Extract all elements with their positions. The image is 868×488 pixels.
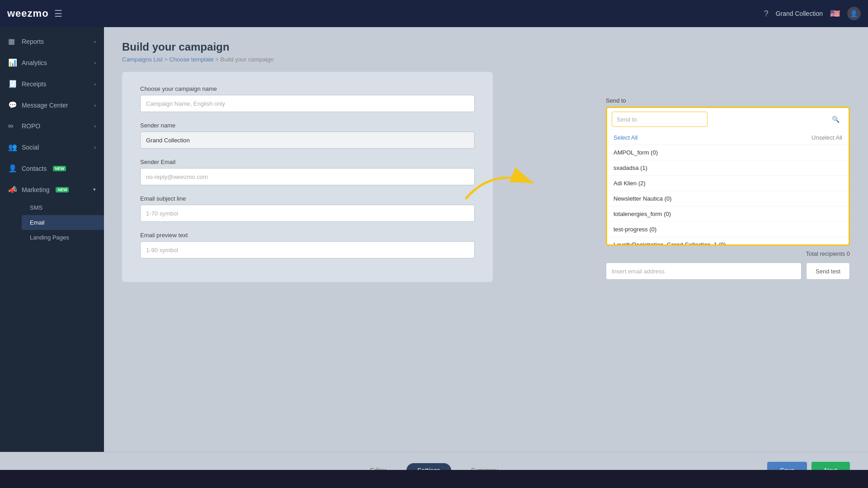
preview-input[interactable] (140, 241, 475, 258)
help-icon[interactable]: ? (764, 9, 769, 19)
sms-label: SMS (30, 204, 42, 211)
list-item[interactable]: AMPOL_form (0) (607, 145, 849, 160)
send-to-label: Send to (606, 97, 850, 104)
sidebar-item-label: Reports (22, 38, 44, 45)
marketing-submenu: SMS Email Landing Pages (0, 200, 104, 245)
list-item[interactable]: sxadadsa (1) (607, 160, 849, 176)
main-content: Build your campaign Campaigns List > Cho… (104, 27, 868, 488)
select-all-row: Select All Unselect All (607, 131, 849, 145)
sidebar-item-label: Marketing (22, 186, 49, 193)
contacts-icon: 👤 (8, 164, 17, 173)
sidebar-item-contacts[interactable]: 👤 Contacts NEW (0, 158, 104, 179)
send-to-search-input[interactable] (612, 112, 708, 127)
chevron-icon: › (94, 81, 96, 87)
unselect-all-button[interactable]: Unselect All (811, 134, 842, 141)
list-item[interactable]: Adi Klien (2) (607, 176, 849, 191)
logo: weezmo (7, 8, 49, 19)
sender-name-label: Sender name (140, 122, 475, 129)
chevron-icon: › (94, 145, 96, 150)
sidebar-item-label: Contacts (22, 165, 47, 172)
breadcrumb-sep1: > (164, 56, 169, 63)
sidebar-item-receipts[interactable]: 🧾 Receipts › (0, 73, 104, 94)
sender-name-group: Sender name Grand Collection (140, 122, 475, 149)
sidebar-item-email[interactable]: Email (22, 215, 104, 230)
topnav-right: ? Grand Collection 🇺🇸 👤 (764, 7, 861, 20)
send-to-panel: Send to 🔍 Select All Unselect All AMPOL_… (606, 97, 850, 280)
analytics-icon: 📊 (8, 58, 17, 67)
send-test-row: Send test (606, 263, 850, 280)
campaign-name-input[interactable] (140, 95, 475, 112)
dark-bottom-bar (0, 470, 868, 488)
chevron-down-icon: ▾ (93, 187, 96, 192)
subject-input[interactable] (140, 205, 475, 222)
breadcrumb-sep2: > (215, 56, 220, 63)
sidebar-item-label: ROPO (22, 122, 40, 130)
sidebar-item-analytics[interactable]: 📊 Analytics › (0, 52, 104, 73)
avatar[interactable]: 👤 (847, 7, 861, 20)
hamburger-icon[interactable]: ☰ (54, 8, 62, 19)
sidebar-item-ropo[interactable]: ∞ ROPO › (0, 116, 104, 136)
list-item[interactable]: test-progress (0) (607, 222, 849, 237)
list-item[interactable]: totalenergies_form (0) (607, 206, 849, 222)
chevron-icon: › (94, 123, 96, 129)
subject-group: Email subject line (140, 195, 475, 222)
sidebar-item-label: Message Center (22, 102, 68, 109)
list-item[interactable]: LoyaltyRegistration_Grand Collection_1 (… (607, 237, 849, 244)
landing-pages-label: Landing Pages (30, 234, 69, 241)
sidebar-item-marketing[interactable]: 📣 Marketing NEW ▾ (0, 179, 104, 200)
sidebar-item-sms[interactable]: SMS (22, 200, 104, 215)
flag-icon: 🇺🇸 (830, 9, 840, 19)
send-to-dropdown: 🔍 Select All Unselect All AMPOL_form (0)… (606, 107, 850, 246)
chevron-icon: › (94, 39, 96, 44)
receipts-icon: 🧾 (8, 80, 17, 88)
ropo-icon: ∞ (8, 122, 17, 130)
list-item[interactable]: Newsletter Nautica (0) (607, 191, 849, 206)
campaign-name-label: Choose your campaign name (140, 85, 475, 92)
sender-name-value: Grand Collection (140, 131, 475, 149)
sender-email-label: Sender Email (140, 159, 475, 165)
message-center-icon: 💬 (8, 101, 17, 109)
reports-icon: ▦ (8, 37, 17, 46)
sidebar-item-message-center[interactable]: 💬 Message Center › (0, 94, 104, 116)
sender-email-group: Sender Email (140, 159, 475, 185)
chevron-icon: › (94, 60, 96, 66)
sidebar: ▦ Reports › 📊 Analytics › 🧾 Receipts › 💬… (0, 27, 104, 488)
layout: ▦ Reports › 📊 Analytics › 🧾 Receipts › 💬… (0, 0, 868, 488)
preview-label: Email preview text (140, 232, 475, 239)
campaign-name-group: Choose your campaign name (140, 85, 475, 112)
campaign-form-card: Choose your campaign name Sender name Gr… (122, 72, 493, 282)
total-recipients-label: Total recipients 0 (806, 250, 850, 257)
org-name: Grand Collection (776, 10, 823, 17)
breadcrumb: Campaigns List > Choose template > Build… (122, 56, 850, 63)
breadcrumb-current: Build your campaign (221, 56, 274, 63)
send-to-search-row: 🔍 (607, 108, 849, 131)
sidebar-item-label: Social (22, 144, 39, 151)
send-to-list: AMPOL_form (0) sxadadsa (1) Adi Klien (2… (607, 145, 849, 244)
sidebar-item-landing-pages[interactable]: Landing Pages (22, 230, 104, 245)
total-recipients-row: Total recipients 0 (606, 250, 850, 257)
sender-email-input[interactable] (140, 168, 475, 185)
contacts-badge: NEW (53, 166, 66, 171)
topnav: weezmo ☰ ? Grand Collection 🇺🇸 👤 (0, 0, 868, 27)
preview-group: Email preview text (140, 232, 475, 258)
sidebar-item-social[interactable]: 👥 Social › (0, 136, 104, 158)
sidebar-item-label: Analytics (22, 59, 47, 66)
send-test-button[interactable]: Send test (806, 263, 850, 280)
sidebar-item-reports[interactable]: ▦ Reports › (0, 31, 104, 52)
breadcrumb-campaigns[interactable]: Campaigns List (122, 56, 163, 63)
send-test-email-input[interactable] (606, 263, 802, 280)
marketing-badge: NEW (56, 187, 69, 192)
chevron-icon: › (94, 103, 96, 108)
subject-label: Email subject line (140, 195, 475, 202)
search-icon: 🔍 (832, 116, 840, 123)
search-wrap: 🔍 (612, 112, 844, 127)
sidebar-item-label: Receipts (22, 80, 46, 88)
select-all-button[interactable]: Select All (613, 134, 637, 141)
breadcrumb-template[interactable]: Choose template (169, 56, 213, 63)
email-label: Email (30, 219, 45, 226)
page-title: Build your campaign (122, 41, 850, 53)
social-icon: 👥 (8, 143, 17, 151)
marketing-icon: 📣 (8, 185, 17, 194)
